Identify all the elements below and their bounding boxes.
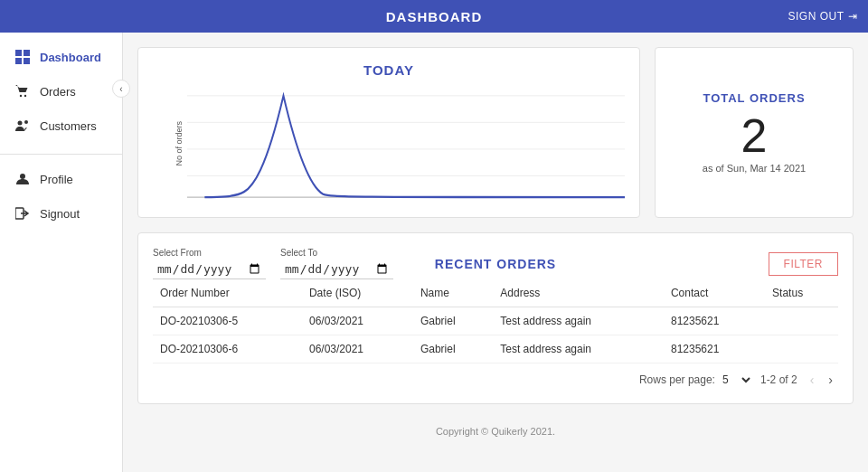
rows-per-page-select[interactable]: 5 10 25 [719, 373, 753, 387]
svg-rect-2 [15, 58, 22, 64]
cell-contact: 81235621 [664, 307, 765, 335]
col-order-number: Order Number [153, 279, 302, 307]
rows-per-page: Rows per page: 5 10 25 [639, 373, 753, 387]
grid-icon [14, 49, 31, 65]
select-from-field: Select From [153, 248, 266, 279]
orders-table: Order Number Date (ISO) Name Address Con… [153, 279, 838, 363]
recent-orders-card: Select From Select To RECENT ORDERS FILT… [137, 232, 854, 404]
rows-per-page-label: Rows per page: [639, 373, 715, 386]
sidebar-label-orders: Orders [40, 85, 76, 99]
date-selectors: Select From Select To [153, 248, 393, 279]
sidebar-collapse-button[interactable]: ‹ [112, 80, 130, 98]
col-address: Address [493, 279, 664, 307]
chart-title: TODAY [153, 62, 625, 78]
select-to-input[interactable] [280, 260, 393, 279]
sidebar: ‹ Dashboard Orders [0, 33, 123, 472]
col-contact: Contact [664, 279, 765, 307]
cell-name: Gabriel [413, 335, 493, 363]
sidebar-item-customers[interactable]: Customers [0, 109, 122, 143]
pagination-next-button[interactable]: › [823, 371, 838, 389]
person-icon [14, 171, 31, 187]
select-from-input[interactable] [153, 260, 266, 279]
col-status: Status [765, 279, 838, 307]
header: DASHBOARD SIGN OUT ⇥ [0, 0, 868, 33]
signout-icon [14, 205, 31, 222]
sidebar-item-profile[interactable]: Profile [0, 162, 122, 196]
pagination: Rows per page: 5 10 25 1-2 of 2 ‹ › [153, 371, 838, 389]
sidebar-label-dashboard: Dashboard [40, 51, 101, 64]
svg-point-6 [18, 121, 23, 126]
sign-out-icon: ⇥ [848, 10, 858, 23]
today-chart-card: TODAY No of orders [137, 47, 640, 218]
select-to-field: Select To [280, 248, 393, 279]
svg-rect-3 [24, 58, 30, 64]
sidebar-main-section: Dashboard Orders [0, 40, 122, 143]
sign-out-button[interactable]: SIGN OUT ⇥ [788, 10, 857, 23]
sidebar-secondary-section: Profile Signout [0, 162, 122, 231]
svg-point-5 [24, 95, 26, 97]
col-date: Date (ISO) [302, 279, 413, 307]
pagination-prev-button[interactable]: ‹ [805, 371, 820, 389]
sidebar-label-customers: Customers [40, 119, 97, 133]
sidebar-item-signout[interactable]: Signout [0, 196, 122, 231]
total-orders-count: 2 [741, 112, 768, 159]
cell-date: 06/03/2021 [302, 335, 413, 363]
cell-date: 06/03/2021 [302, 307, 413, 335]
total-orders-title: TOTAL ORDERS [703, 91, 805, 105]
select-from-label: Select From [153, 248, 266, 258]
cell-name: Gabriel [413, 307, 493, 335]
svg-rect-1 [24, 50, 30, 56]
table-header-row: Order Number Date (ISO) Name Address Con… [153, 279, 838, 307]
select-to-label: Select To [280, 248, 393, 258]
cell-order_number: DO-20210306-5 [153, 307, 302, 335]
svg-point-8 [20, 174, 25, 179]
page-title: DASHBOARD [386, 9, 483, 24]
cell-order_number: DO-20210306-6 [153, 335, 302, 363]
svg-rect-0 [15, 50, 22, 56]
recent-orders-title: RECENT ORDERS [435, 257, 556, 271]
cart-icon [14, 83, 31, 99]
filter-button[interactable]: FILTER [769, 252, 838, 276]
sidebar-label-profile: Profile [40, 173, 73, 186]
sidebar-label-signout: Signout [40, 207, 80, 221]
total-orders-date: as of Sun, Mar 14 2021 [703, 163, 806, 174]
main-content: TODAY No of orders [123, 33, 868, 472]
sign-out-label: SIGN OUT [788, 10, 844, 23]
pagination-nav: ‹ › [805, 371, 838, 389]
svg-point-7 [24, 120, 28, 124]
sidebar-item-orders[interactable]: Orders [0, 74, 122, 109]
chart-svg: 2 1.5 1 0.5 0 Jan Feb Mar Ap [187, 85, 625, 203]
cell-contact: 81235621 [664, 335, 765, 363]
footer: Copyright © Quikerly 2021. [137, 419, 854, 444]
people-icon [14, 118, 31, 134]
cell-address: Test address again [493, 307, 664, 335]
cell-status [765, 307, 838, 335]
sidebar-item-dashboard[interactable]: Dashboard [0, 40, 122, 74]
cell-status [765, 335, 838, 363]
pagination-info: 1-2 of 2 [760, 373, 797, 386]
table-row: DO-20210306-606/03/2021GabrielTest addre… [153, 335, 838, 363]
footer-text: Copyright © Quikerly 2021. [436, 426, 555, 437]
svg-point-4 [20, 95, 22, 97]
y-axis-label: No of orders [175, 121, 184, 166]
cards-row: TODAY No of orders [137, 47, 854, 218]
table-row: DO-20210306-506/03/2021GabrielTest addre… [153, 307, 838, 335]
cell-address: Test address again [493, 335, 664, 363]
col-name: Name [413, 279, 493, 307]
sidebar-divider [0, 154, 122, 155]
recent-orders-header: Select From Select To RECENT ORDERS FILT… [153, 248, 838, 279]
total-orders-card: TOTAL ORDERS 2 as of Sun, Mar 14 2021 [655, 47, 854, 218]
